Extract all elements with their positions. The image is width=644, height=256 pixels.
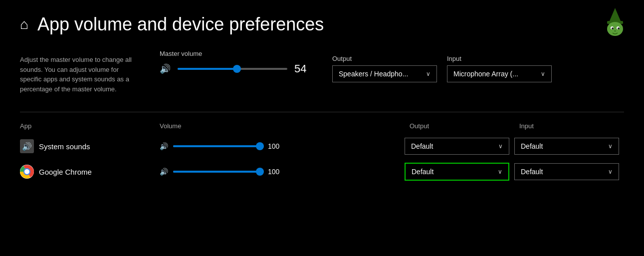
apps-table-header: App Volume Output Input: [20, 122, 624, 134]
system-sounds-icon: 🔊: [20, 139, 34, 153]
col-spacer: [282, 122, 405, 130]
chrome-output-select[interactable]: Default ∨: [405, 163, 509, 181]
table-row: 🔊 System sounds 🔊 100 Default ∨ Def: [20, 134, 624, 159]
system-sounds-output-value: Default: [411, 142, 433, 150]
chrome-input-chevron: ∨: [608, 168, 613, 175]
output-device-value: Speakers / Headpho...: [339, 70, 408, 78]
system-sounds-volume-cell: 🔊 100: [160, 141, 283, 151]
chrome-volume-cell: 🔊 100: [160, 167, 283, 177]
output-device-group: Output Speakers / Headpho... ∨: [332, 55, 437, 82]
system-sounds-output-select[interactable]: Default ∨: [405, 138, 509, 155]
input-chevron-icon: ∨: [541, 70, 545, 77]
col-input-label: Input: [514, 122, 624, 130]
table-row: Google Chrome 🔊 100 Default ∨ Default: [20, 159, 624, 185]
chrome-volume-value: 100: [268, 168, 283, 176]
system-sounds-volume-value: 100: [268, 142, 283, 150]
output-label: Output: [332, 55, 437, 62]
chrome-icon: [20, 165, 34, 179]
svg-point-10: [24, 169, 29, 174]
master-volume-label: Master volume: [160, 50, 312, 57]
input-label: Input: [447, 55, 552, 62]
system-sounds-slider[interactable]: [173, 141, 263, 151]
output-chevron-icon: ∨: [426, 70, 430, 77]
system-sounds-speaker-icon: 🔊: [160, 142, 168, 150]
app-name-system-sounds: 🔊 System sounds: [20, 139, 160, 153]
chrome-input-value: Default: [521, 168, 543, 176]
chrome-output-value: Default: [412, 168, 433, 176]
wizard-avatar: [600, 7, 630, 37]
master-section: Adjust the master volume to change all s…: [20, 50, 624, 94]
master-volume-slider[interactable]: [178, 64, 287, 74]
input-device-select[interactable]: Microphone Array (... ∨: [447, 65, 552, 82]
page-title: App volume and device preferences: [37, 14, 324, 35]
app-name-chrome: Google Chrome: [20, 165, 160, 179]
input-device-group: Input Microphone Array (... ∨: [447, 55, 552, 82]
svg-point-5: [612, 27, 614, 29]
apps-table: App Volume Output Input 🔊 System sounds …: [20, 122, 624, 185]
home-icon[interactable]: ⌂: [20, 16, 28, 32]
col-volume-label: Volume: [160, 122, 282, 130]
svg-marker-0: [609, 8, 621, 22]
section-divider: [20, 112, 624, 112]
page-header: ⌂ App volume and device preferences: [20, 14, 624, 35]
master-controls: Master volume 🔊 54: [160, 50, 312, 75]
system-sounds-input-chevron: ∨: [608, 143, 613, 150]
output-device-select[interactable]: Speakers / Headpho... ∨: [332, 65, 437, 82]
svg-point-6: [618, 27, 620, 29]
input-device-value: Microphone Array (...: [453, 70, 518, 78]
col-app-label: App: [20, 122, 160, 130]
system-sounds-input-value: Default: [521, 142, 543, 150]
master-description: Adjust the master volume to change all s…: [20, 50, 140, 94]
system-sounds-output-chevron: ∨: [498, 143, 503, 150]
chrome-slider[interactable]: [173, 167, 263, 177]
chrome-input-select[interactable]: Default ∨: [514, 163, 619, 180]
chrome-output-chevron: ∨: [498, 168, 502, 175]
chrome-label: Google Chrome: [39, 168, 92, 176]
device-selectors: Output Speakers / Headpho... ∨ Input Mic…: [332, 50, 552, 82]
chrome-speaker-icon: 🔊: [160, 168, 168, 176]
master-volume-row: 🔊 54: [160, 62, 312, 75]
master-speaker-icon: 🔊: [160, 63, 171, 74]
col-output-label: Output: [405, 122, 514, 130]
master-volume-value: 54: [294, 62, 312, 75]
system-sounds-label: System sounds: [39, 142, 90, 151]
system-sounds-input-select[interactable]: Default ∨: [514, 138, 619, 155]
svg-point-7: [614, 30, 616, 32]
